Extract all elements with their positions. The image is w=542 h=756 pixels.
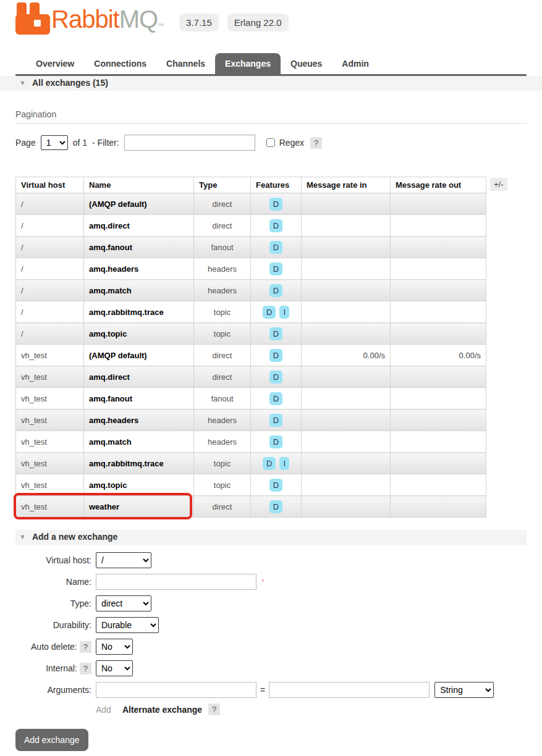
exchange-name-link[interactable]: (AMQP default) — [84, 193, 194, 215]
alternate-exchange-help-icon[interactable]: ? — [208, 704, 220, 715]
internal-help-icon[interactable]: ? — [80, 663, 91, 674]
tab-overview[interactable]: Overview — [26, 53, 84, 74]
message-rate-in-cell — [302, 366, 391, 388]
page-select[interactable]: 1 — [41, 135, 68, 150]
message-rate-in-cell — [302, 215, 391, 237]
rabbitmq-logo-icon — [15, 2, 50, 36]
message-rate-out-cell — [391, 258, 486, 280]
durable-badge: D — [269, 500, 282, 513]
table-row: /(AMQP default)directD — [16, 193, 486, 215]
column-header-type[interactable]: Type — [194, 177, 251, 193]
tab-queues[interactable]: Queues — [281, 53, 332, 74]
exchange-name-input[interactable] — [96, 574, 256, 590]
exchange-name-link[interactable]: weather — [84, 496, 194, 518]
features-cell: D — [251, 410, 302, 431]
message-rate-out-cell — [391, 301, 486, 323]
table-row: vh_testamq.headersheadersD — [16, 410, 486, 431]
collapse-arrow-icon: ▼ — [19, 79, 26, 86]
message-rate-out-cell — [391, 215, 486, 237]
vhost-cell: / — [16, 280, 84, 301]
table-row: vh_testamq.topictopicD — [16, 474, 486, 496]
exchange-name-link[interactable]: amq.direct — [84, 366, 194, 388]
exchange-name-link[interactable]: amq.fanout — [84, 388, 194, 410]
exchange-name-link[interactable]: amq.direct — [84, 215, 194, 237]
section-add-exchange[interactable]: ▼ Add a new exchange — [15, 530, 527, 545]
durability-label: Durability: — [15, 620, 96, 630]
vhost-cell: / — [16, 258, 84, 280]
auto-delete-label: Auto delete:? — [15, 642, 96, 652]
message-rate-out-cell — [391, 453, 486, 474]
vhost-cell: vh_test — [16, 453, 84, 474]
exchange-name-link[interactable]: amq.fanout — [84, 237, 194, 258]
table-row: vh_testweatherdirectD — [16, 496, 486, 518]
collapse-arrow-icon: ▼ — [19, 533, 26, 540]
message-rate-out-cell — [391, 431, 486, 453]
tab-connections[interactable]: Connections — [84, 53, 156, 74]
vhost-cell: / — [16, 193, 84, 215]
version-badge: 3.7.15 — [179, 14, 219, 32]
exchange-name-link[interactable]: (AMQP default) — [84, 345, 194, 366]
exchange-name-link[interactable]: amq.rabbitmq.trace — [84, 301, 194, 323]
exchange-name-link[interactable]: amq.match — [84, 280, 194, 301]
filter-input[interactable] — [124, 135, 255, 151]
exchange-name-link[interactable]: amq.rabbitmq.trace — [84, 453, 194, 474]
durable-badge: D — [263, 306, 276, 319]
features-cell: D — [251, 496, 302, 518]
type-cell: direct — [194, 193, 251, 215]
durable-badge: D — [269, 327, 282, 340]
durability-select[interactable]: Durable — [96, 617, 159, 633]
message-rate-in-cell — [302, 258, 391, 280]
pagination-controls: Page 1 of 1 - Filter: Regex ? — [15, 135, 527, 151]
features-cell: D — [251, 431, 302, 453]
table-row: vh_test(AMQP default)directD0.00/s0.00/s — [16, 345, 486, 366]
rabbitmq-logo[interactable]: RabbitMQ™ — [15, 2, 163, 43]
add-exchange-button[interactable]: Add exchange — [15, 729, 88, 751]
exchange-name-link[interactable]: amq.headers — [84, 258, 194, 280]
exchange-name-link[interactable]: amq.headers — [84, 410, 194, 431]
erlang-version-badge: Erlang 22.0 — [227, 14, 289, 32]
internal-label: Internal:? — [15, 663, 96, 673]
regex-help-icon[interactable]: ? — [310, 137, 322, 149]
message-rate-out-cell — [391, 410, 486, 431]
argument-value-input[interactable] — [269, 682, 430, 698]
argument-key-input[interactable] — [96, 682, 256, 698]
type-cell: headers — [194, 410, 251, 431]
virtual-host-select[interactable]: / — [96, 552, 151, 568]
message-rate-out-cell — [391, 366, 486, 388]
exchange-name-link[interactable]: amq.topic — [84, 474, 194, 496]
section-all-exchanges[interactable]: ▼ All exchanges (15) — [0, 76, 542, 91]
exchange-name-link[interactable]: amq.topic — [84, 323, 194, 345]
vhost-cell: / — [16, 301, 84, 323]
add-argument-link[interactable]: Add — [96, 705, 111, 715]
type-cell: headers — [194, 431, 251, 453]
message-rate-in-cell — [302, 193, 391, 215]
regex-checkbox[interactable] — [266, 138, 275, 147]
tab-channels[interactable]: Channels — [156, 53, 215, 74]
message-rate-in-cell — [302, 496, 391, 518]
vhost-cell: vh_test — [16, 496, 84, 518]
logo-text: RabbitMQ™ — [51, 2, 163, 43]
type-select[interactable]: direct — [96, 595, 151, 611]
tab-admin[interactable]: Admin — [332, 53, 379, 74]
vhost-cell: / — [16, 237, 84, 258]
message-rate-in-cell — [302, 301, 391, 323]
vhost-cell: vh_test — [16, 474, 84, 496]
internal-select[interactable]: No — [96, 660, 133, 676]
argument-type-select[interactable]: String — [434, 682, 494, 698]
auto-delete-help-icon[interactable]: ? — [80, 641, 91, 653]
app-header: RabbitMQ™ 3.7.15 Erlang 22.0 — [15, 0, 527, 38]
exchange-name-link[interactable]: amq.match — [84, 431, 194, 453]
auto-delete-select[interactable]: No — [96, 639, 133, 655]
column-header-message-rate-out[interactable]: Message rate out — [391, 177, 486, 193]
column-header-message-rate-in[interactable]: Message rate in — [302, 177, 391, 193]
durable-badge: D — [269, 219, 282, 232]
features-cell: D — [251, 345, 302, 366]
message-rate-in-cell — [302, 280, 391, 301]
vhost-cell: vh_test — [16, 345, 84, 366]
column-toggle-button[interactable]: +/- — [490, 178, 507, 191]
vhost-cell: vh_test — [16, 410, 84, 431]
tab-exchanges[interactable]: Exchanges — [215, 53, 281, 74]
message-rate-out-cell — [391, 237, 486, 258]
column-header-name[interactable]: Name — [84, 177, 194, 193]
column-header-virtual-host[interactable]: Virtual host — [16, 177, 84, 193]
